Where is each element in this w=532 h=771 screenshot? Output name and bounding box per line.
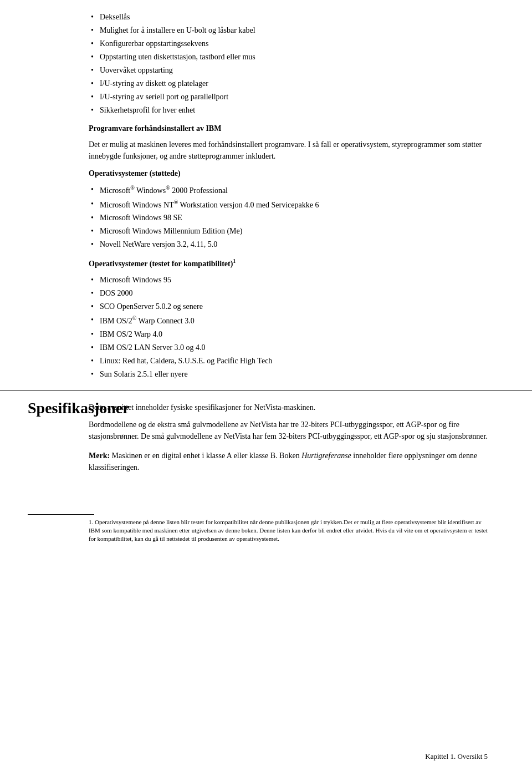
footnote-number: 1.: [89, 519, 95, 525]
spesifikasjoner-p2: Bordmodellene og de ekstra små gulvmodel…: [89, 419, 488, 442]
supported-os-item-3: Microsoft Windows 98 SE: [89, 212, 488, 224]
supported-os-item-1: Microsoft® Windows® 2000 Professional: [89, 184, 488, 196]
tested-os-list: Microsoft Windows 95 DOS 2000 SCO OpenSe…: [89, 274, 488, 380]
tested-os-item-7: Linux: Red hat, Caldera, S.U.S.E. og Pac…: [89, 355, 488, 367]
spesifikasjoner-section: Spesifikasjoner Dette avsnittet innehold…: [0, 398, 532, 481]
note-text-before: Maskinen er en digital enhet i klasse A …: [112, 452, 302, 460]
bullet-uovervåket: Uovervåket oppstarting: [89, 64, 488, 76]
tested-os-item-3: SCO OpenServer 5.0.2 og senere: [89, 301, 488, 312]
supported-os-item-2: Microsoft Windows NT® Workstation versjo…: [89, 198, 488, 211]
bullet-ubolt: Mulighet for å installere en U-bolt og l…: [89, 24, 488, 36]
bullet-iu-seriell: I/U-styring av seriell port og parallell…: [89, 91, 488, 103]
bullet-deksellås: Deksellås: [89, 11, 488, 23]
tested-os-item-2: DOS 2000: [89, 287, 488, 299]
tested-os-heading: Operativsystemer (testet for kompatibili…: [89, 257, 488, 270]
note-italic: Hurtigreferanse: [301, 452, 351, 460]
section-divider: [0, 390, 532, 390]
footer-text: Kapittel 1. Oversikt 5: [425, 752, 488, 761]
supported-os-item-5: Novell NetWare versjon 3.2, 4.11, 5.0: [89, 239, 488, 250]
bullet-oppstart-sekvens: Konfigurerbar oppstartingssekvens: [89, 38, 488, 49]
note-label: Merk:: [89, 452, 110, 460]
preinstalled-text: Det er mulig at maskinen leveres med for…: [89, 139, 488, 162]
bullet-sikkerhet: Sikkerhetsprofil for hver enhet: [89, 104, 488, 116]
tested-os-item-8: Sun Solaris 2.5.1 eller nyere: [89, 368, 488, 380]
footnote-divider: [28, 514, 94, 515]
intro-bullet-list: Deksellås Mulighet for å installere en U…: [89, 11, 488, 116]
footnote-text: Operativsystemene på denne listen blir t…: [89, 519, 488, 542]
preinstalled-heading: Programvare forhåndsinstallert av IBM: [89, 123, 488, 134]
tested-os-item-1: Microsoft Windows 95: [89, 274, 488, 286]
footer-bar: Kapittel 1. Oversikt 5: [0, 752, 532, 761]
supported-os-heading: Operativsystemer (støttede): [89, 168, 488, 179]
supported-os-item-4: Microsoft Windows Millennium Edition (Me…: [89, 225, 488, 237]
note-block: Merk: Maskinen er en digital enhet i kla…: [89, 450, 488, 473]
footnote-area: 1. Operativsystemene på denne listen bli…: [89, 518, 488, 544]
spesifikasjoner-p1: Dette avsnittet inneholder fysiske spesi…: [89, 402, 488, 413]
tested-os-item-5: IBM OS/2 Warp 4.0: [89, 328, 488, 340]
supported-os-list: Microsoft® Windows® 2000 Professional Mi…: [89, 184, 488, 250]
tested-os-item-6: IBM OS/2 LAN Server 3.0 og 4.0: [89, 342, 488, 353]
bullet-iu-diskett: I/U-styring av diskett og platelager: [89, 78, 488, 89]
bullet-oppstart-uten: Oppstarting uten diskettstasjon, tastbor…: [89, 51, 488, 63]
tested-os-item-4: IBM OS/2® Warp Connect 3.0: [89, 314, 488, 327]
